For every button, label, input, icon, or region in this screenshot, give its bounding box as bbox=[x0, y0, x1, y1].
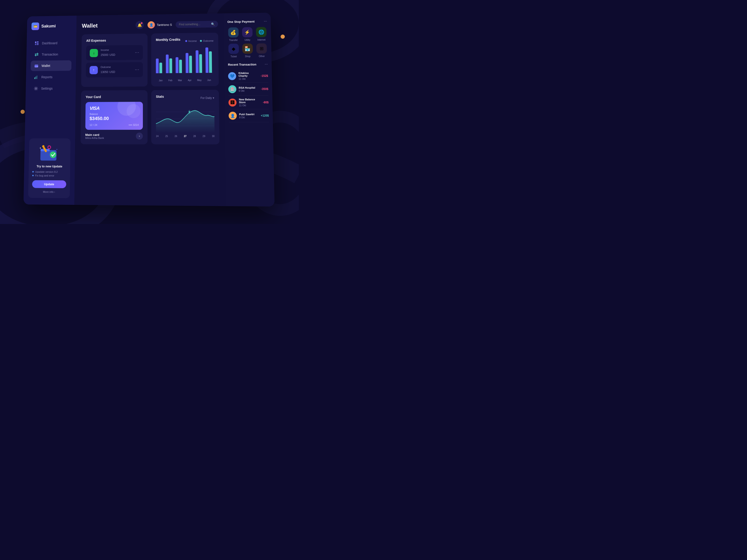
trans-amount-2: -350$ bbox=[261, 87, 268, 90]
recent-menu[interactable]: ··· bbox=[264, 62, 268, 66]
utility-label: Utility bbox=[244, 39, 250, 41]
sidebar-item-transaction[interactable]: Transaction bbox=[31, 49, 72, 60]
bar-group-Jan bbox=[156, 59, 164, 73]
date-label-25: 25 bbox=[165, 135, 168, 137]
chart-label-May: May bbox=[195, 79, 204, 81]
logo-text: Sakumi bbox=[41, 24, 56, 28]
sidebar-item-dashboard[interactable]: Dashboard bbox=[31, 38, 72, 49]
payment-item-ticket[interactable]: ◆Ticket bbox=[228, 44, 239, 58]
stats-card: Stats For Daily ▾ bbox=[151, 90, 220, 144]
one-stop-menu[interactable]: ··· bbox=[264, 19, 267, 23]
bar-group-Mar bbox=[176, 57, 184, 73]
income-left: ↓ Income 25000 USD bbox=[89, 49, 115, 57]
right-panel: One Stop Payment ··· 💰Transfer⚡Utility🌐I… bbox=[224, 12, 275, 207]
outcome-menu[interactable]: ⋮ bbox=[134, 68, 139, 72]
header-right: 🔔 👤 Tantriono S 🔍 bbox=[136, 20, 218, 29]
outcome-label: Outcome bbox=[101, 65, 115, 69]
trans-name-3: New Balance Store bbox=[239, 98, 260, 104]
logo-icon: 💳 bbox=[31, 22, 39, 30]
date-label-30: 30 bbox=[212, 135, 214, 137]
payment-item-shop[interactable]: 🏪Shop bbox=[241, 44, 254, 58]
sidebar: 💳 Sakumi Dashboard Tra bbox=[23, 16, 76, 205]
date-label-24: 24 bbox=[156, 135, 158, 137]
svg-text:✦: ✦ bbox=[56, 149, 58, 151]
update-bullet-2: Fix bug and error bbox=[32, 174, 66, 177]
dashboard-icon bbox=[34, 41, 40, 46]
sidebar-item-reports[interactable]: Reports bbox=[30, 72, 71, 82]
trans-avatar-2: 🏥 bbox=[228, 85, 236, 93]
transfer-icon: 💰 bbox=[228, 27, 238, 37]
update-bullet-1: Upadate version 8.2 bbox=[32, 170, 66, 174]
trans-date-4: 8 Okt bbox=[239, 116, 258, 118]
income-bar-May bbox=[196, 50, 199, 73]
payment-item-transfer[interactable]: 💰Transfer bbox=[227, 27, 239, 42]
line-chart bbox=[156, 105, 214, 133]
chart-header: Monthly Credits Income Outcome bbox=[156, 37, 213, 45]
balance-label: Balance bbox=[89, 113, 139, 115]
update-button[interactable]: Update bbox=[32, 180, 66, 188]
trans-date-3: 11 Okt bbox=[239, 104, 260, 107]
chart-legend: Income Outcome bbox=[185, 39, 213, 43]
income-menu[interactable]: ⋮ bbox=[135, 50, 140, 55]
chart-label-Jan: Jan bbox=[156, 79, 165, 82]
income-item: ↓ Income 25000 USD ⋮ bbox=[86, 45, 143, 60]
svg-point-13 bbox=[35, 88, 37, 89]
outcome-amount: 13050 USD bbox=[101, 69, 115, 74]
payment-item-internet[interactable]: 🌐Internet bbox=[255, 27, 267, 41]
transaction-item-4: 👤Putri Sawitri8 Okt+120$ bbox=[229, 109, 269, 122]
income-legend: Income bbox=[185, 40, 197, 43]
one-stop-title: One Stop Payment bbox=[227, 20, 255, 23]
svg-rect-6 bbox=[35, 44, 36, 45]
svg-rect-3 bbox=[35, 42, 36, 43]
trans-info-1: Kitabisa Charity11 Okt bbox=[238, 72, 258, 80]
search-icon: 🔍 bbox=[211, 22, 215, 26]
trans-info-2: RSA Hospital6 Okt bbox=[238, 86, 258, 92]
payment-item-utility[interactable]: ⚡Utility bbox=[241, 27, 253, 41]
sidebar-item-settings[interactable]: Settings bbox=[30, 83, 71, 94]
settings-label: Settings bbox=[41, 86, 53, 90]
orange-dot-right bbox=[281, 34, 285, 39]
date-label-27: 27 bbox=[184, 135, 186, 137]
income-bar-Jun bbox=[205, 47, 208, 73]
svg-rect-8 bbox=[34, 65, 38, 66]
outcome-legend: Outcome bbox=[200, 39, 213, 42]
shop-label: Shop bbox=[245, 55, 251, 58]
bar-group-Jun bbox=[205, 47, 214, 73]
bar-group-May bbox=[196, 50, 204, 73]
trans-avatar-1: 💙 bbox=[228, 72, 236, 80]
card-bank: Mitra Artha Bank bbox=[85, 136, 104, 139]
logo-area: 💳 Sakumi bbox=[31, 22, 72, 30]
svg-rect-12 bbox=[37, 76, 37, 79]
sidebar-item-wallet[interactable]: Wallet bbox=[31, 60, 72, 71]
outcome-info: Outcome 13050 USD bbox=[101, 65, 115, 74]
payment-item-other[interactable]: ⊞Other bbox=[256, 44, 267, 58]
bullet-dot-2 bbox=[32, 175, 34, 176]
other-icon: ⊞ bbox=[256, 44, 267, 54]
svg-rect-10 bbox=[34, 77, 35, 79]
income-info: Income 25000 USD bbox=[101, 49, 115, 57]
outcome-item: ↑ Outcome 13050 USD ⋮ bbox=[86, 62, 143, 77]
internet-label: Internet bbox=[257, 38, 266, 41]
trans-avatar-3: 🅱 bbox=[228, 99, 236, 106]
date-label-28: 28 bbox=[193, 135, 196, 137]
svg-rect-11 bbox=[35, 77, 36, 79]
transfer-label: Transfer bbox=[229, 39, 238, 41]
bar-chart bbox=[156, 47, 214, 78]
next-card-button[interactable]: › bbox=[136, 133, 143, 139]
trans-name-1: Kitabisa Charity bbox=[238, 72, 258, 77]
income-legend-dot bbox=[185, 40, 187, 42]
chart-label-Mar: Mar bbox=[175, 79, 185, 82]
main-content: Wallet 🔔 👤 Tantriono S 🔍 All bbox=[74, 13, 226, 206]
notification-bell[interactable]: 🔔 bbox=[136, 21, 144, 29]
stats-filter[interactable]: For Daily ▾ bbox=[201, 96, 214, 100]
ticket-label: Ticket bbox=[231, 55, 237, 58]
bullet-dot-1 bbox=[32, 171, 34, 172]
card-info: Main card Mitra Artha Bank › bbox=[85, 133, 143, 139]
ticket-icon: ◆ bbox=[228, 44, 239, 54]
more-info-link[interactable]: More info › bbox=[32, 190, 66, 193]
update-bullets: Upadate version 8.2 Fix bug and error bbox=[32, 170, 66, 177]
chart-label-Jun: Jun bbox=[204, 79, 214, 81]
outcome-icon: ↑ bbox=[89, 66, 98, 74]
user-info[interactable]: 👤 Tantriono S bbox=[148, 21, 172, 29]
search-input[interactable] bbox=[179, 22, 209, 26]
